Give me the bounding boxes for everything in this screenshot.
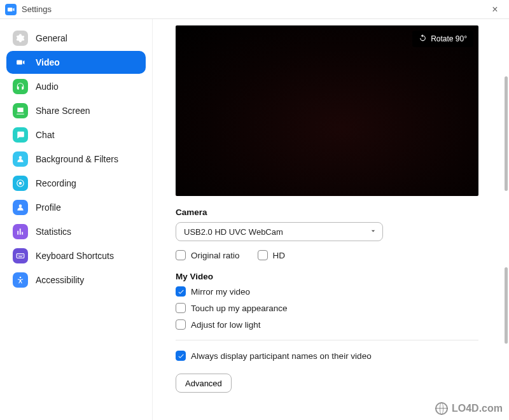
sidebar-item-label: Statistics	[36, 227, 71, 237]
sidebar-item-label: Accessibility	[36, 275, 84, 285]
camera-selected-value: USB2.0 HD UVC WebCam	[184, 227, 283, 237]
checkbox-label: Adjust for low light	[191, 320, 261, 330]
sidebar-item-label: Audio	[36, 81, 59, 92]
sidebar-item-accessibility[interactable]: Accessibility	[6, 269, 146, 291]
my-video-section-label: My Video	[176, 272, 490, 281]
svg-rect-2	[17, 254, 24, 258]
sidebar-item-chat[interactable]: Chat	[6, 123, 146, 146]
chat-icon	[13, 127, 28, 143]
camera-section-label: Camera	[176, 207, 490, 217]
settings-content: Rotate 90° Camera USB2.0 HD UVC WebCam O…	[153, 19, 509, 420]
window-close-button[interactable]: ×	[486, 1, 504, 18]
rotate-label: Rotate 90°	[431, 34, 467, 43]
sidebar-item-label: Keyboard Shortcuts	[36, 251, 114, 261]
share-icon	[13, 103, 28, 118]
mirror-my-video-checkbox[interactable]: Mirror my video	[176, 286, 490, 297]
sidebar-item-label: Profile	[36, 202, 61, 213]
sidebar-item-background-filters[interactable]: Background & Filters	[6, 148, 146, 171]
sidebar-item-recording[interactable]: Recording	[6, 172, 146, 195]
sidebar-item-label: Video	[36, 57, 60, 67]
rotate-icon	[419, 34, 427, 44]
sidebar-item-keyboard-shortcuts[interactable]: Keyboard Shortcuts	[6, 244, 146, 267]
record-icon	[13, 176, 28, 191]
sidebar-item-share-screen[interactable]: Share Screen	[6, 99, 146, 122]
titlebar: Settings ×	[0, 0, 509, 19]
sidebar-item-label: Share Screen	[36, 106, 90, 116]
svg-rect-4	[19, 255, 20, 255]
svg-rect-7	[18, 256, 22, 257]
keyboard-icon	[13, 248, 28, 263]
sidebar-item-general[interactable]: General	[6, 27, 146, 50]
checkbox-label: Mirror my video	[191, 287, 250, 297]
camera-select[interactable]: USB2.0 HD UVC WebCam	[176, 222, 383, 241]
sidebar-item-label: Background & Filters	[36, 154, 118, 164]
stats-icon	[13, 224, 28, 239]
svg-rect-6	[22, 255, 23, 255]
sidebar-item-audio[interactable]: Audio	[6, 75, 146, 98]
checkbox-label: Original ratio	[191, 251, 240, 260]
svg-rect-5	[21, 255, 22, 255]
svg-point-1	[19, 182, 22, 185]
checkbox-label: Always display participant names on thei…	[191, 351, 372, 361]
svg-rect-3	[18, 255, 18, 255]
hd-checkbox[interactable]: HD	[258, 250, 286, 260]
gear-icon	[13, 31, 28, 46]
rotate-90-button[interactable]: Rotate 90°	[412, 31, 473, 47]
adjust-low-light-checkbox[interactable]: Adjust for low light	[176, 319, 490, 330]
accessibility-icon	[13, 272, 28, 288]
window-title: Settings	[22, 4, 52, 14]
checkbox-label: Touch up my appearance	[191, 304, 288, 313]
video-icon	[13, 55, 28, 70]
app-icon	[5, 4, 17, 15]
sidebar-item-label: Recording	[36, 178, 76, 188]
person-bg-icon	[13, 151, 28, 167]
checkbox-label: HD	[273, 251, 286, 260]
sidebar-item-label: General	[36, 33, 67, 43]
sidebar-item-profile[interactable]: Profile	[6, 196, 146, 219]
camera-preview: Rotate 90°	[176, 25, 478, 196]
sidebar-item-statistics[interactable]: Statistics	[6, 220, 146, 243]
sidebar-item-label: Chat	[36, 130, 55, 140]
touch-up-appearance-checkbox[interactable]: Touch up my appearance	[176, 303, 490, 313]
original-ratio-checkbox[interactable]: Original ratio	[176, 250, 240, 260]
sidebar: General Video Audio Share Screen Chat	[0, 19, 153, 420]
profile-icon	[13, 200, 28, 215]
scrollbar-indicator	[505, 267, 508, 344]
headphones-icon	[13, 79, 28, 94]
advanced-button[interactable]: Advanced	[176, 374, 232, 393]
sidebar-item-video[interactable]: Video	[6, 51, 146, 74]
divider	[176, 340, 478, 340]
svg-point-8	[20, 277, 22, 279]
display-participant-names-checkbox[interactable]: Always display participant names on thei…	[176, 351, 490, 361]
scrollbar-indicator	[505, 76, 508, 191]
